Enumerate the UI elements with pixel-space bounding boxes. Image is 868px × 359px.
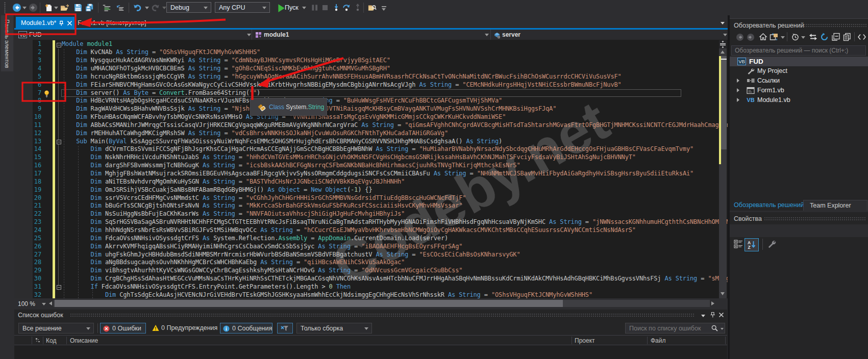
code-line[interactable]: Dim NskNhrHRHciVcduFNShNtuJabS As String… [62, 153, 636, 162]
code-line[interactable]: Module module1 [62, 40, 112, 48]
view-code-icon[interactable] [858, 34, 866, 40]
sync-icon[interactable] [808, 33, 818, 41]
messages-filter-button[interactable]: 0 Сообщения [220, 323, 272, 334]
close-icon[interactable] [67, 20, 72, 26]
tab-team-explorer[interactable]: Team Explorer [803, 200, 867, 211]
build-filter-combo[interactable]: Только сборка [296, 323, 372, 334]
save-all-icon[interactable] [85, 3, 94, 12]
platform-combo[interactable]: Any CPU [215, 2, 270, 13]
code-line[interactable]: Dim uhgFskGhmJycHBHdubBmsdSdiNHMBSMrrNrc… [62, 251, 520, 259]
code-line[interactable]: Dim aNgBBdsugcauqhsOuvhNKhhHgMCBrCsWHCHB… [62, 259, 405, 267]
code-line[interactable]: Dim server() As Byte = Convert.FromBase6… [62, 89, 260, 97]
tab-form1[interactable]: Form1.vb [Конструктор] [78, 19, 146, 27]
expander-icon[interactable] [737, 98, 739, 102]
new-file-icon[interactable] [44, 3, 53, 12]
undo-lines-icon[interactable] [115, 3, 125, 12]
undo-caret[interactable] [145, 7, 149, 9]
code-line[interactable]: Dim SqSrHGSVBaSagASBruNVRHHtNCHhFFCMgSCT… [62, 218, 728, 226]
navbar-member-dropdown[interactable]: server [502, 31, 520, 38]
alphabetical-sort-button[interactable]: AZ [745, 238, 759, 251]
step-over-icon[interactable] [342, 3, 351, 12]
clear-filter-button[interactable] [277, 323, 293, 334]
pin-icon[interactable] [710, 312, 716, 319]
error-list-search[interactable]: Поиск по списку ошибок [625, 323, 725, 334]
code-line[interactable]: Dim NysgqucHukACdAGRVasNmKWRyi As String… [62, 57, 390, 65]
navbar-member-caret[interactable] [723, 34, 727, 36]
code-line[interactable]: Sub Main(ByVal kSsAggcSSuvrqFhWaSOisssyN… [62, 138, 502, 146]
se-back-icon[interactable] [736, 33, 744, 41]
zoom-caret[interactable] [42, 303, 46, 305]
solution-search-input[interactable]: Обозреватель решений — поиск (Ctrl+;) [731, 45, 866, 56]
panel-grip[interactable] [764, 217, 866, 221]
navigate-back-caret[interactable] [22, 7, 27, 9]
code-line[interactable]: Dim CghTsSdgEckAuAsjHCVENcNJrGiVEHdBrvTE… [62, 291, 592, 298]
severity-column-icon[interactable] [35, 338, 41, 343]
categorized-icon[interactable] [734, 239, 743, 249]
code-editor[interactable]: Codeby.net 12345678910111213141516171819… [14, 40, 728, 298]
refresh-icon[interactable] [820, 33, 829, 41]
redo-caret[interactable] [162, 7, 166, 9]
tree-item-myproject[interactable]: My Project [730, 66, 868, 76]
redo-icon[interactable] [151, 3, 160, 12]
switch-views-icon[interactable] [770, 33, 779, 41]
code-line[interactable]: Dim KvCNAb As String = "OShsVHguqFKtJCNM… [62, 48, 260, 57]
panel-grip[interactable] [804, 24, 866, 28]
code-line[interactable]: Dim NsSuiHggNsBbFujEaCKhKasrWs As String… [62, 210, 405, 218]
navigate-forward-icon[interactable] [29, 3, 38, 12]
pin-icon[interactable] [58, 20, 64, 27]
code-line[interactable]: Dim FEiarSHNBVCMHgHamsGVcOcAsGsKWaNgycCy… [62, 81, 622, 89]
code-line[interactable]: Dim dCVrmTCBsSVvmiFCCSgNFjBhJsgrKhsCCajH… [62, 145, 693, 153]
column-project[interactable]: Проект [575, 337, 595, 344]
pending-changes-icon[interactable] [791, 33, 800, 41]
stop-icon[interactable] [320, 3, 330, 12]
navbar-project-caret[interactable] [247, 34, 251, 36]
step-out-icon[interactable] [353, 3, 362, 12]
expander-icon[interactable] [737, 88, 739, 92]
code-line[interactable]: Dim ABbACsSMANihrJWMrqgCTssisCasqVJrjHRK… [62, 121, 728, 130]
code-line[interactable]: Dim OmJSRSihjVSBcCuakjSaNBsBNFABamRBqdGB… [62, 186, 373, 194]
scroll-up-arrow[interactable] [721, 50, 725, 54]
column-code[interactable]: Код [46, 337, 56, 344]
start-caret[interactable] [302, 7, 306, 9]
code-line[interactable]: Dim hhhNdgNSrsNbrEsRsWBVvSBiRGJFvStMSiHW… [62, 226, 636, 235]
expander-icon[interactable] [737, 79, 739, 83]
navigate-back-icon[interactable] [12, 3, 21, 12]
panel-grip[interactable] [70, 314, 695, 317]
vertical-scroll-thumb[interactable] [721, 56, 727, 149]
code-line[interactable]: Dim viBhsgtvAhurhhtKyVCsWNGsGOWCCyChrBCa… [62, 267, 462, 275]
vertical-scrollbar[interactable] [719, 48, 727, 298]
close-icon[interactable] [718, 312, 724, 318]
properties-body[interactable] [730, 254, 868, 359]
toolbar-overflow-icon[interactable] [382, 6, 386, 7]
outline-collapse-box[interactable] [57, 285, 61, 290]
horizontal-scrollbar[interactable] [54, 300, 710, 307]
save-icon[interactable] [73, 3, 83, 12]
search-icon[interactable] [711, 325, 718, 331]
collapse-all-icon[interactable] [831, 33, 840, 41]
column-file[interactable]: Файл [651, 337, 666, 344]
tree-item-references[interactable]: Ссылки [730, 76, 868, 86]
code-line[interactable]: Dim MghjgFBshWatNMsujrackSROmsiEBGEuVHsA… [62, 170, 693, 178]
column-description[interactable]: Описание [70, 337, 98, 344]
home-icon[interactable] [759, 33, 767, 41]
copy-properties-icon[interactable] [842, 33, 852, 41]
error-table-body[interactable] [14, 345, 727, 359]
code-line[interactable]: Dim hcrucNgRBktbmGsssjqMsCCgVR As String… [62, 73, 622, 81]
code-line[interactable]: If FdcaOVssNNHsivOSyssdgtCrFS.EntryPoint… [62, 283, 351, 291]
se-forward-icon[interactable] [747, 33, 755, 41]
code-line[interactable]: Dim rMEHHuhATCaWhgdMKCigMRshSW As String… [62, 130, 448, 138]
properties-object-combo[interactable] [730, 224, 868, 237]
code-line[interactable]: Dim FdcaOVssNNHsivOSyssdgtCrFS As System… [62, 235, 448, 243]
navbar-type-caret[interactable] [485, 34, 489, 36]
toolbox-vertical-tab[interactable]: Панель элементов [1, 15, 13, 71]
toolbar-grip[interactable] [4, 2, 6, 13]
warnings-filter-button[interactable]: 0 Предупреждения [150, 323, 215, 334]
horizontal-scroll-thumb[interactable] [55, 300, 563, 307]
navbar-project-dropdown[interactable]: FUD [29, 31, 42, 38]
code-line[interactable]: Dim AkrrvKVMFhqigqABssHCiyRMAHyimiNHhCgr… [62, 243, 462, 251]
find-in-files-icon[interactable] [368, 3, 377, 12]
undo-icon[interactable] [133, 3, 142, 12]
start-button[interactable]: Пуск [285, 4, 299, 11]
tree-item-module1[interactable]: VB Module1.vb [730, 95, 868, 105]
code-line[interactable]: Dim dargShFSBvmWssmmjTcNBhGugK As String… [62, 162, 520, 170]
